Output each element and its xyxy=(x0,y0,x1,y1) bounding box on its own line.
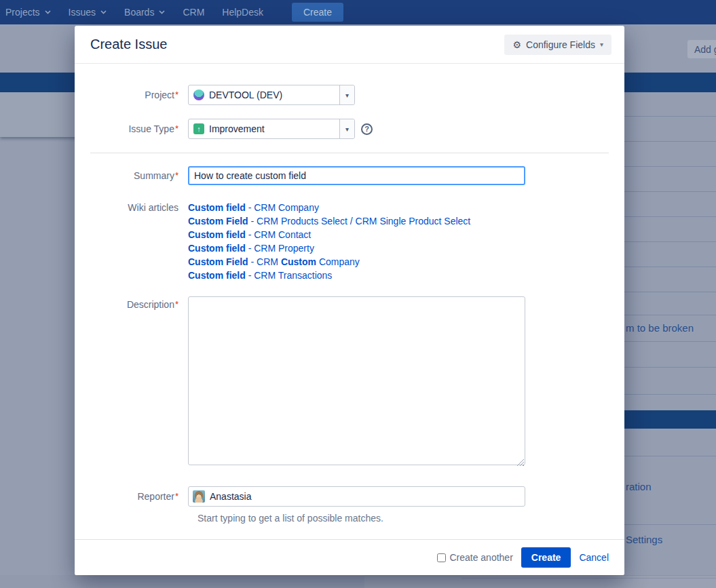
project-select[interactable]: DEVTOOL (DEV) ▾ xyxy=(188,85,355,105)
dialog-title: Create Issue xyxy=(90,37,167,52)
create-another-checkbox[interactable] xyxy=(437,553,446,562)
create-another-label: Create another xyxy=(449,552,512,563)
summary-label: Summary* xyxy=(90,166,178,185)
chevron-down-icon: ▾ xyxy=(345,125,349,133)
reporter-avatar xyxy=(193,490,205,503)
wiki-article-link[interactable]: Custom field - CRM Property xyxy=(188,241,470,255)
background-issue-link[interactable]: m to be broken xyxy=(626,322,694,334)
dialog-body: Project* DEVTOOL (DEV) ▾ Issue Type* xyxy=(75,64,624,524)
project-select-dropdown-button[interactable]: ▾ xyxy=(339,85,354,104)
summary-input[interactable] xyxy=(188,166,525,185)
issue-type-label: Issue Type* xyxy=(90,119,178,139)
nav-item-boards[interactable]: Boards xyxy=(124,7,165,18)
description-textarea[interactable] xyxy=(188,296,525,465)
create-another-option[interactable]: Create another xyxy=(437,552,512,563)
top-navbar: ProjectsIssuesBoardsCRMHelpDesk Create xyxy=(0,0,716,24)
create-issue-dialog: Create Issue ⚙ Configure Fields ▾ Projec… xyxy=(75,26,624,575)
wiki-articles-label: Wiki articles* xyxy=(90,201,178,282)
wiki-article-link[interactable]: Custom Field - CRM Custom Company xyxy=(188,255,470,269)
nav-item-label: Projects xyxy=(5,7,40,18)
chevron-down-icon xyxy=(45,10,51,14)
chevron-down-icon: ▾ xyxy=(345,92,349,99)
nav-create-button[interactable]: Create xyxy=(292,3,343,22)
create-button[interactable]: Create xyxy=(521,547,571,568)
nav-item-label: HelpDesk xyxy=(222,7,263,18)
project-select-value: DEVTOOL (DEV) xyxy=(209,90,339,100)
reporter-value: Anastasia xyxy=(210,491,251,502)
gear-icon: ⚙ xyxy=(512,39,521,50)
chevron-down-icon xyxy=(100,10,107,14)
wiki-article-link[interactable]: Custom field - CRM Transactions xyxy=(188,269,470,282)
wiki-article-link[interactable]: Custom field - CRM Contact xyxy=(188,228,470,241)
improvement-type-icon: ↑ xyxy=(193,123,204,134)
issue-type-select-dropdown-button[interactable]: ▾ xyxy=(339,119,354,138)
cancel-link[interactable]: Cancel xyxy=(579,552,609,563)
nav-item-crm[interactable]: CRM xyxy=(183,7,204,18)
issue-type-select-value: Improvement xyxy=(209,123,339,134)
wiki-articles-list: Custom field - CRM CompanyCustom Field -… xyxy=(188,201,470,282)
nav-item-label: Issues xyxy=(69,7,96,18)
chevron-down-icon xyxy=(159,10,165,14)
project-avatar-icon xyxy=(193,90,204,100)
dialog-header: Create Issue ⚙ Configure Fields ▾ xyxy=(75,26,624,64)
issue-type-select[interactable]: ↑ Improvement ▾ xyxy=(188,119,355,139)
nav-item-helpdesk[interactable]: HelpDesk xyxy=(222,7,263,18)
background-bottom-rule xyxy=(461,578,716,579)
background-bottom-left xyxy=(0,575,364,588)
configure-fields-label: Configure Fields xyxy=(526,39,595,50)
nav-item-label: Boards xyxy=(124,7,154,18)
background-settings-link[interactable]: Settings xyxy=(626,534,662,545)
background-ration-link[interactable]: ration xyxy=(626,481,652,492)
nav-item-label: CRM xyxy=(183,7,204,18)
wiki-article-link[interactable]: Custom Field - CRM Products Select / CRM… xyxy=(188,214,470,228)
background-bottom-right xyxy=(364,575,716,588)
reporter-help-text: Start typing to get a list of possible m… xyxy=(188,513,609,524)
project-label: Project* xyxy=(90,85,178,105)
nav-item-issues[interactable]: Issues xyxy=(69,7,107,18)
nav-item-projects[interactable]: Projects xyxy=(5,7,51,18)
description-label: Description* xyxy=(90,296,178,468)
issue-type-help-icon[interactable]: ? xyxy=(361,123,373,135)
reporter-input[interactable]: Anastasia xyxy=(188,486,525,507)
reporter-label: Reporter* xyxy=(90,486,178,507)
wiki-article-link[interactable]: Custom field - CRM Company xyxy=(188,201,470,214)
add-gadget-button[interactable]: Add g xyxy=(687,40,716,58)
configure-fields-button[interactable]: ⚙ Configure Fields ▾ xyxy=(504,35,611,55)
chevron-down-icon: ▾ xyxy=(600,41,603,48)
dialog-footer: Create another Create Cancel xyxy=(75,539,624,575)
page: ProjectsIssuesBoardsCRMHelpDesk Create S… xyxy=(0,0,716,588)
section-divider xyxy=(90,153,609,153)
